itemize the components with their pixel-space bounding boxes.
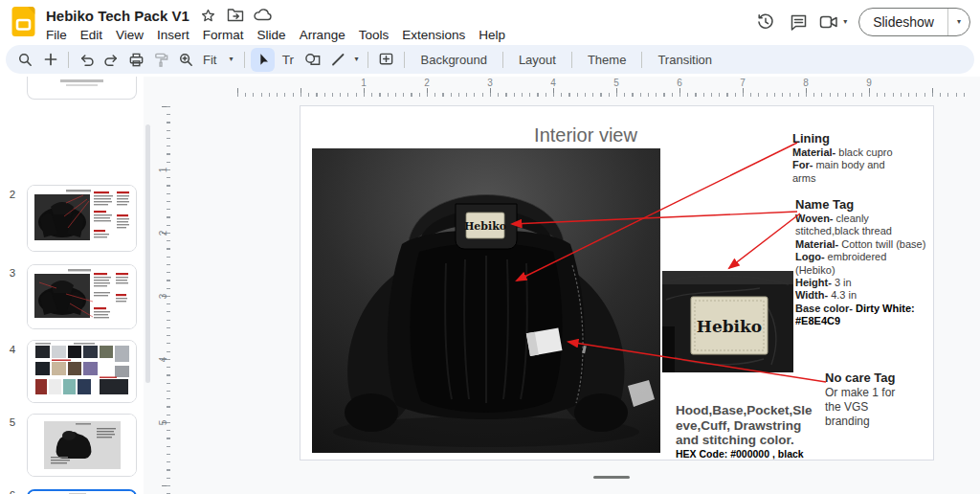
move-folder-icon[interactable] xyxy=(227,8,243,24)
redo-button[interactable] xyxy=(100,48,123,72)
ruler-mark: 1 xyxy=(158,162,168,179)
filmstrip-scrollbar[interactable] xyxy=(145,124,150,383)
slide-number: 6 xyxy=(4,489,21,494)
line-tool-caret-icon[interactable]: ▾ xyxy=(350,56,362,63)
menubar: File Edit View Insert Format Slide Arran… xyxy=(46,27,742,43)
select-tool-button[interactable] xyxy=(251,48,275,72)
menu-format[interactable]: Format xyxy=(196,27,251,43)
paint-format-button[interactable] xyxy=(149,48,173,72)
slideshow-button[interactable]: Slideshow xyxy=(859,9,948,35)
vertical-ruler: 1 2 3 4 5 xyxy=(155,77,172,494)
name-tag-closeup-image[interactable]: Hebiko xyxy=(662,271,793,372)
ruler-mark: 4 xyxy=(550,78,556,88)
star-icon[interactable] xyxy=(200,8,216,24)
document-title[interactable]: Hebiko Tech Pack V1 xyxy=(46,8,189,24)
menu-extensions[interactable]: Extensions xyxy=(395,27,472,43)
ruler-mark: 8 xyxy=(803,78,809,88)
comments-icon[interactable] xyxy=(784,8,813,36)
toolbar-divider xyxy=(571,52,572,68)
zoom-value: Fit xyxy=(203,53,216,67)
thumbnail-slide-6-selected[interactable] xyxy=(27,489,137,494)
thumbnail-slide-5[interactable] xyxy=(27,414,137,477)
menu-arrange[interactable]: Arrange xyxy=(293,27,352,43)
theme-button[interactable]: Theme xyxy=(578,53,635,67)
text-box-tool-button[interactable]: Tr xyxy=(276,48,300,72)
slide-filmstrip: 2 3 4 xyxy=(0,77,144,494)
jacket-interior-image[interactable]: Hebiko xyxy=(312,148,660,453)
zoom-icon[interactable] xyxy=(174,48,198,72)
toolbar-divider xyxy=(641,52,642,68)
lining-annotation[interactable]: Lining Material- black cupro For- main b… xyxy=(792,131,893,185)
ruler-mark: 7 xyxy=(740,78,746,88)
toolbar-divider xyxy=(502,52,503,68)
slide-number: 3 xyxy=(4,267,21,279)
ruler-mark: 1 xyxy=(361,78,367,88)
titlebar: Hebiko Tech Pack V1 File Edit View Inser… xyxy=(0,0,980,44)
no-care-heading: No care Tag xyxy=(825,370,895,386)
slideshow-split-button: Slideshow ▾ xyxy=(858,8,970,36)
menu-tools[interactable]: Tools xyxy=(352,27,396,43)
zoom-select[interactable]: Fit ▾ xyxy=(199,53,238,67)
slides-logo[interactable] xyxy=(11,6,36,38)
arrow-closeup[interactable] xyxy=(729,213,800,268)
name-tag-heading: Name Tag xyxy=(795,197,925,213)
ruler-mark: 2 xyxy=(158,225,168,242)
new-slide-button[interactable] xyxy=(38,48,62,72)
shape-tool-button[interactable] xyxy=(301,48,324,72)
speaker-notes-resize-handle[interactable] xyxy=(593,476,630,479)
ruler-mark: 3 xyxy=(487,78,493,88)
ruler-mark: 4 xyxy=(158,351,168,369)
line-tool-button[interactable] xyxy=(325,48,349,72)
slide-number: 5 xyxy=(4,416,21,428)
print-button[interactable] xyxy=(124,48,148,72)
meet-button[interactable]: ▾ xyxy=(816,8,847,36)
ruler-mark: 2 xyxy=(424,78,430,88)
color-note-annotation[interactable]: Hood,Base,Pocket,Sle eve,Cuff, Drawstrin… xyxy=(676,403,813,460)
background-button[interactable]: Background xyxy=(411,53,496,67)
hex-code-text: HEX Code: #000000 , black xyxy=(676,448,813,460)
search-menus-icon[interactable] xyxy=(13,48,37,72)
name-tag-annotation[interactable]: Name Tag Woven- cleanly stitched,black t… xyxy=(795,197,925,328)
no-care-tag-annotation[interactable]: No care Tag Or make 1 for the VGS brandi… xyxy=(825,370,895,429)
toolbar-divider xyxy=(368,52,368,68)
ruler-mark: 6 xyxy=(677,78,682,88)
toolbar: Fit ▾ Tr ▾ Background Layout Theme Trans… xyxy=(6,45,974,74)
thumbnail-slide-3[interactable] xyxy=(27,264,137,329)
menu-slide[interactable]: Slide xyxy=(251,27,293,43)
slide-canvas[interactable]: Interior view Hebiko xyxy=(301,106,933,460)
thumbnail-slide-1[interactable] xyxy=(27,77,137,100)
version-history-icon[interactable] xyxy=(751,8,780,36)
slide-title-text[interactable]: Interior view xyxy=(433,124,739,146)
ruler-mark: 5 xyxy=(158,415,168,432)
menu-edit[interactable]: Edit xyxy=(74,27,109,43)
ruler-mark: 3 xyxy=(158,288,168,305)
name-tag-label: Hebiko xyxy=(464,220,506,233)
toolbar-divider xyxy=(68,52,69,68)
thumbnail-slide-2[interactable] xyxy=(27,185,137,252)
slide-number: 4 xyxy=(4,344,21,355)
toolbar-divider xyxy=(244,52,245,68)
video-camera-icon xyxy=(816,8,841,36)
ruler-mark: 5 xyxy=(613,78,619,88)
lining-heading: Lining xyxy=(792,131,893,146)
ruler-ticks xyxy=(237,88,967,97)
slide-number: 2 xyxy=(4,189,21,200)
menu-view[interactable]: View xyxy=(109,27,150,43)
insert-comment-icon[interactable] xyxy=(374,48,398,72)
thumbnail-slide-4[interactable] xyxy=(27,340,137,403)
menu-insert[interactable]: Insert xyxy=(150,27,196,43)
closeup-tag-label: Hebiko xyxy=(697,317,762,336)
ruler-mark: 9 xyxy=(866,78,872,88)
toolbar-divider xyxy=(404,52,405,68)
zoom-caret-icon: ▾ xyxy=(229,56,233,63)
cloud-saved-icon[interactable] xyxy=(254,8,270,24)
slideshow-caret-icon[interactable]: ▾ xyxy=(948,9,969,35)
menu-file[interactable]: File xyxy=(46,27,74,43)
horizontal-ruler: 1 2 3 4 5 6 7 8 9 xyxy=(172,79,980,100)
undo-button[interactable] xyxy=(75,48,99,72)
meet-caret-icon[interactable]: ▾ xyxy=(843,18,847,26)
transition-button[interactable]: Transition xyxy=(648,53,722,67)
menu-help[interactable]: Help xyxy=(472,27,512,43)
layout-button[interactable]: Layout xyxy=(509,53,566,67)
